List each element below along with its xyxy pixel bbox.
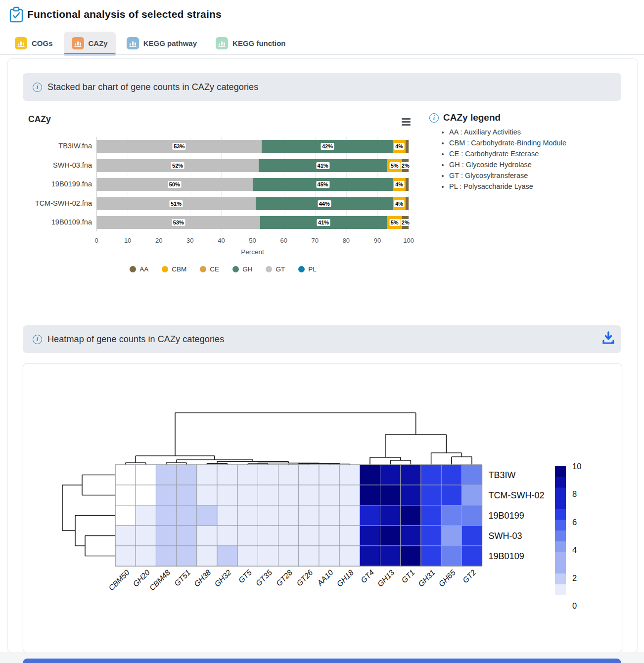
heatmap-cell[interactable] (360, 505, 380, 526)
heatmap-cell[interactable] (278, 505, 299, 526)
heatmap-cell[interactable] (461, 526, 482, 546)
heatmap-cell[interactable] (360, 465, 380, 485)
heatmap-cell[interactable] (136, 546, 156, 566)
heatmap-cell[interactable] (197, 465, 217, 485)
heatmap-cell[interactable] (299, 526, 319, 546)
heatmap-cell[interactable] (421, 505, 441, 526)
heatmap-cell[interactable] (115, 465, 136, 485)
heatmap-cell[interactable] (217, 485, 237, 505)
bar-segment-aa[interactable] (406, 197, 409, 210)
heatmap-cell[interactable] (177, 526, 197, 546)
heatmap-cell[interactable] (237, 546, 258, 566)
heatmap-cell[interactable] (401, 546, 421, 566)
legend-item-pl[interactable]: PL (298, 265, 317, 273)
heatmap-cell[interactable] (421, 546, 441, 566)
heatmap-cell[interactable] (258, 526, 278, 546)
heatmap-cell[interactable] (319, 505, 339, 526)
heatmap-cell[interactable] (217, 465, 237, 485)
bar-segment-aa[interactable] (406, 140, 409, 153)
heatmap-cell[interactable] (319, 546, 339, 566)
heatmap-cell[interactable] (360, 526, 380, 546)
heatmap-cell[interactable] (339, 546, 360, 566)
heatmap-cell[interactable] (136, 465, 156, 485)
heatmap-cell[interactable] (401, 526, 421, 546)
heatmap-cell[interactable] (197, 526, 217, 546)
heatmap-cell[interactable] (339, 485, 360, 505)
legend-item-gh[interactable]: GH (232, 265, 252, 273)
heatmap-cell[interactable] (401, 485, 421, 505)
heatmap-cell[interactable] (237, 465, 258, 485)
heatmap-cell[interactable] (177, 485, 197, 505)
heatmap-cell[interactable] (136, 526, 156, 546)
heatmap-cell[interactable] (380, 526, 401, 546)
heatmap-cell[interactable] (156, 546, 176, 566)
heatmap-cell[interactable] (299, 546, 319, 566)
heatmap-cell[interactable] (278, 485, 299, 505)
heatmap-cell[interactable] (197, 546, 217, 566)
heatmap-cell[interactable] (278, 465, 299, 485)
heatmap-cell[interactable] (380, 465, 401, 485)
info-icon[interactable]: i (429, 113, 439, 123)
heatmap-cell[interactable] (136, 485, 156, 505)
heatmap-cell[interactable] (258, 485, 278, 505)
heatmap-cell[interactable] (360, 485, 380, 505)
heatmap-cell[interactable] (278, 546, 299, 566)
heatmap-cell[interactable] (177, 546, 197, 566)
heatmap-cell[interactable] (115, 546, 136, 566)
heatmap-cell[interactable] (156, 465, 176, 485)
heatmap-cell[interactable] (299, 465, 319, 485)
heatmap-cell[interactable] (421, 526, 441, 546)
heatmap-cell[interactable] (441, 485, 461, 505)
heatmap-cell[interactable] (339, 505, 360, 526)
heatmap-cell[interactable] (339, 465, 360, 485)
heatmap-cell[interactable] (380, 505, 401, 526)
heatmap-cell[interactable] (360, 546, 380, 566)
heatmap-cell[interactable] (461, 505, 482, 526)
heatmap-cell[interactable] (217, 546, 237, 566)
heatmap-cell[interactable] (197, 505, 217, 526)
heatmap-cell[interactable] (156, 485, 176, 505)
heatmap-cell[interactable] (401, 505, 421, 526)
heatmap-cell[interactable] (299, 505, 319, 526)
legend-item-aa[interactable]: AA (130, 265, 148, 273)
heatmap-cell[interactable] (319, 465, 339, 485)
heatmap-cell[interactable] (380, 546, 401, 566)
heatmap-cell[interactable] (401, 465, 421, 485)
heatmap-cell[interactable] (258, 505, 278, 526)
heatmap-cell[interactable] (115, 526, 136, 546)
heatmap-cell[interactable] (217, 526, 237, 546)
heatmap-cell[interactable] (197, 485, 217, 505)
heatmap-cell[interactable] (461, 546, 482, 566)
heatmap-cell[interactable] (258, 465, 278, 485)
heatmap-cell[interactable] (237, 526, 258, 546)
heatmap-cell[interactable] (421, 465, 441, 485)
heatmap-cell[interactable] (319, 485, 339, 505)
heatmap-cell[interactable] (441, 465, 461, 485)
legend-item-cbm[interactable]: CBM (162, 265, 186, 273)
heatmap-cell[interactable] (237, 505, 258, 526)
legend-item-ce[interactable]: CE (200, 265, 219, 273)
heatmap-cell[interactable] (156, 505, 176, 526)
heatmap-cell[interactable] (177, 465, 197, 485)
heatmap-cell[interactable] (278, 526, 299, 546)
heatmap-cell[interactable] (441, 526, 461, 546)
heatmap-cell[interactable] (136, 505, 156, 526)
heatmap-cell[interactable] (115, 485, 136, 505)
heatmap-cell[interactable] (217, 505, 237, 526)
bar-segment-aa[interactable] (406, 178, 409, 191)
info-icon[interactable]: i (33, 335, 42, 344)
heatmap-cell[interactable] (421, 485, 441, 505)
heatmap-cell[interactable] (319, 526, 339, 546)
heatmap-cell[interactable] (380, 485, 401, 505)
heatmap-cell[interactable] (299, 485, 319, 505)
heatmap-cell[interactable] (177, 505, 197, 526)
legend-item-gt[interactable]: GT (266, 265, 285, 273)
download-icon[interactable] (601, 331, 615, 347)
heatmap-cell[interactable] (461, 485, 482, 505)
heatmap-cell[interactable] (441, 505, 461, 526)
heatmap-cell[interactable] (258, 546, 278, 566)
heatmap-cell[interactable] (237, 485, 258, 505)
heatmap-cell[interactable] (441, 546, 461, 566)
heatmap-cell[interactable] (115, 505, 136, 526)
heatmap-cell[interactable] (339, 526, 360, 546)
